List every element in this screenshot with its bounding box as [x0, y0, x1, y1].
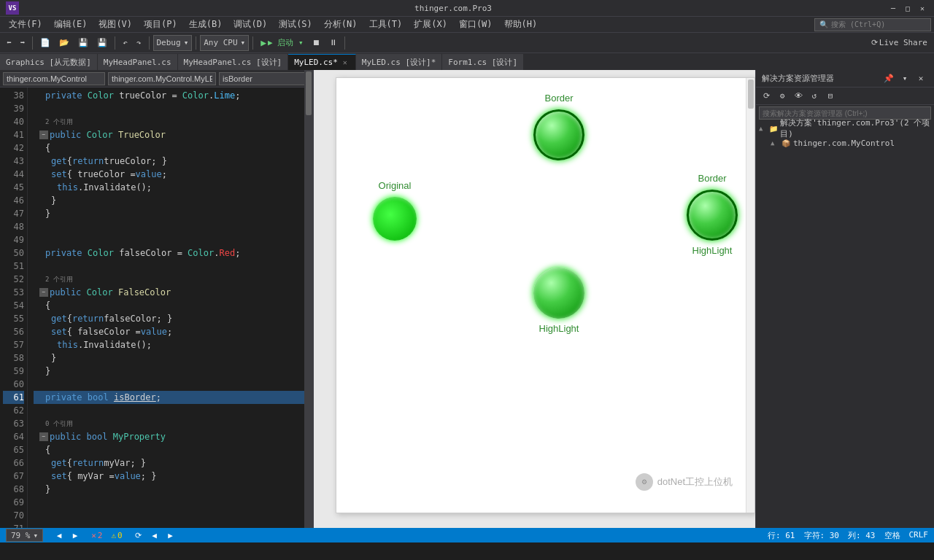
code-line-60: [34, 378, 307, 391]
sep5: [252, 36, 253, 50]
status-prev-btn[interactable]: ◀: [147, 528, 162, 542]
forward-btn[interactable]: ➡: [17, 35, 29, 51]
tab-close-myled-cs[interactable]: ✕: [341, 58, 350, 67]
tab-myled-cs[interactable]: MyLED.cs* ✕: [288, 54, 356, 70]
tree-expand-icon: ▲: [759, 125, 767, 132]
menu-project[interactable]: 项目(P): [138, 17, 183, 32]
led-highlight-center[interactable]: HighLight: [533, 268, 584, 334]
code-line-55: get { return falseColor; }: [34, 312, 307, 325]
prev-error-btn[interactable]: ◀: [52, 528, 66, 542]
maximize-button[interactable]: □: [902, 2, 914, 14]
sep1: [32, 36, 33, 50]
code-line-58: }: [34, 351, 307, 365]
line-numbers: 3839404142 4344454647 4849505152 5354555…: [0, 88, 28, 528]
editor-address-bar: [0, 70, 313, 88]
design-view[interactable]: Border Original Border HighLight Blink: [314, 70, 755, 528]
stop-btn[interactable]: ⏹: [309, 35, 324, 51]
code-line-43: get { return trueColor; }: [34, 155, 307, 168]
warning-count[interactable]: ⚠ 0: [111, 531, 122, 540]
editor-scrollbar[interactable]: [304, 88, 313, 528]
led-border-right[interactable]: Border HighLight: [687, 173, 738, 256]
class-path-input[interactable]: [3, 72, 105, 85]
menu-extensions[interactable]: 扩展(X): [408, 17, 453, 32]
panel-dropdown-btn[interactable]: ▾: [898, 71, 912, 86]
save-btn[interactable]: 💾: [74, 35, 92, 51]
led-circle-border-right[interactable]: [687, 190, 738, 241]
status-goto-btn[interactable]: ⟳: [131, 528, 146, 542]
fold-icon-64[interactable]: −: [39, 432, 48, 441]
led-border-top-label: Border: [544, 93, 573, 104]
led-border-top[interactable]: Border: [533, 93, 584, 160]
undo-btn[interactable]: ↶: [119, 35, 131, 51]
code-area[interactable]: private Color trueColor = Color. Lime; 2…: [28, 88, 313, 528]
menu-tools[interactable]: 工具(T): [363, 17, 409, 32]
led-circle-highlight-center[interactable]: [533, 268, 584, 319]
code-line-39: [34, 102, 307, 115]
panel-pin-btn[interactable]: 📌: [881, 71, 896, 86]
menu-file[interactable]: 文件(F): [3, 17, 48, 32]
refresh-btn[interactable]: ↺: [807, 89, 822, 104]
tree-solution-root[interactable]: ▲ 📁 解决方案'thinger.com.Pro3'(2 个项目): [756, 121, 934, 136]
method-path-input[interactable]: [108, 72, 216, 85]
run-btn[interactable]: ▶ ▶ 启动 ▾: [257, 35, 306, 51]
col-info: 列: 43: [848, 530, 876, 541]
code-line-51: [34, 260, 307, 273]
props-btn[interactable]: ⚙: [775, 89, 790, 104]
pause-btn[interactable]: ⏸: [325, 35, 341, 51]
code-line-38: private Color trueColor = Color. Lime;: [34, 89, 307, 102]
status-bar: 79 % ▾ ◀ ▶ ✕ 2 ⚠ 0 ⟳ ◀ ▶ 行: 61 字符: 30 列:…: [0, 528, 934, 542]
tab-myled-design[interactable]: MyLED.cs [设计]*: [356, 54, 442, 70]
panel-close-btn[interactable]: ✕: [914, 71, 928, 86]
menu-view[interactable]: 视图(V): [93, 17, 138, 32]
liveshare-area: ⟳ Live Share: [868, 35, 931, 51]
design-scrollbar[interactable]: [746, 78, 754, 513]
menu-build[interactable]: 生成(B): [183, 17, 228, 32]
menu-analyze[interactable]: 分析(N): [318, 17, 363, 32]
code-line-42: {: [34, 141, 307, 155]
show-all-btn[interactable]: 👁: [791, 89, 806, 104]
menu-window[interactable]: 窗口(W): [453, 17, 498, 32]
property-path-input[interactable]: [219, 72, 310, 85]
save-all-btn[interactable]: 💾: [93, 35, 111, 51]
close-button[interactable]: ✕: [916, 2, 928, 14]
code-line-47: }: [34, 207, 307, 220]
zoom-level[interactable]: 79 % ▾: [6, 529, 43, 542]
tab-myheadpanel-cs[interactable]: MyHeadPanel.cs: [98, 54, 178, 70]
scrollbar-thumb[interactable]: [306, 88, 312, 115]
led-circle-original[interactable]: [373, 197, 417, 241]
fold-icon-53[interactable]: −: [39, 288, 48, 297]
dropdown-arrow-icon2: ▾: [241, 38, 246, 47]
led-circle-border-top[interactable]: [533, 109, 584, 160]
zoom-dropdown-icon: ▾: [34, 531, 39, 540]
new-file-btn[interactable]: 📄: [36, 35, 54, 51]
next-error-btn[interactable]: ▶: [68, 528, 82, 542]
status-next-btn[interactable]: ▶: [163, 528, 178, 542]
tab-label-myheadpanel-design: MyHeadPanel.cs [设计]: [184, 57, 282, 68]
led-original[interactable]: Original: [373, 180, 417, 241]
liveshare-btn[interactable]: ⟳ Live Share: [868, 35, 931, 51]
menu-test[interactable]: 测试(S): [273, 17, 318, 32]
collapse-btn[interactable]: ⊟: [823, 89, 838, 104]
error-count[interactable]: ✕ 2: [91, 531, 102, 540]
back-btn[interactable]: ⬅: [3, 35, 15, 51]
menu-bar: 文件(F) 编辑(E) 视图(V) 项目(P) 生成(B) 调试(D) 测试(S…: [0, 16, 934, 32]
menu-help[interactable]: 帮助(H): [498, 17, 544, 32]
sync-btn[interactable]: ⟳: [759, 89, 773, 104]
fold-icon-41[interactable]: −: [39, 131, 48, 139]
tab-form1-design[interactable]: Form1.cs [设计]: [442, 54, 524, 70]
menu-edit[interactable]: 编辑(E): [48, 17, 93, 32]
tab-graphics[interactable]: Graphics [从元数据]: [0, 54, 98, 70]
platform-dropdown[interactable]: Any CPU ▾: [200, 35, 249, 51]
code-line-50: private Color falseColor = Color. Red;: [34, 246, 307, 260]
code-line-64: − public bool MyProperty: [34, 430, 307, 443]
menu-debug[interactable]: 调试(D): [228, 17, 273, 32]
search-input[interactable]: 🔍 搜索 (Ctrl+Q): [814, 18, 931, 31]
tab-myheadpanel-design[interactable]: MyHeadPanel.cs [设计]: [178, 54, 289, 70]
redo-btn[interactable]: ↷: [133, 35, 145, 51]
minimize-button[interactable]: ─: [887, 2, 899, 14]
open-btn[interactable]: 📂: [55, 35, 73, 51]
debug-mode-dropdown[interactable]: Debug ▾: [153, 35, 193, 51]
design-scrollbar-thumb[interactable]: [748, 79, 754, 109]
liveshare-icon: ⟳: [871, 38, 878, 47]
sep2: [115, 36, 115, 50]
